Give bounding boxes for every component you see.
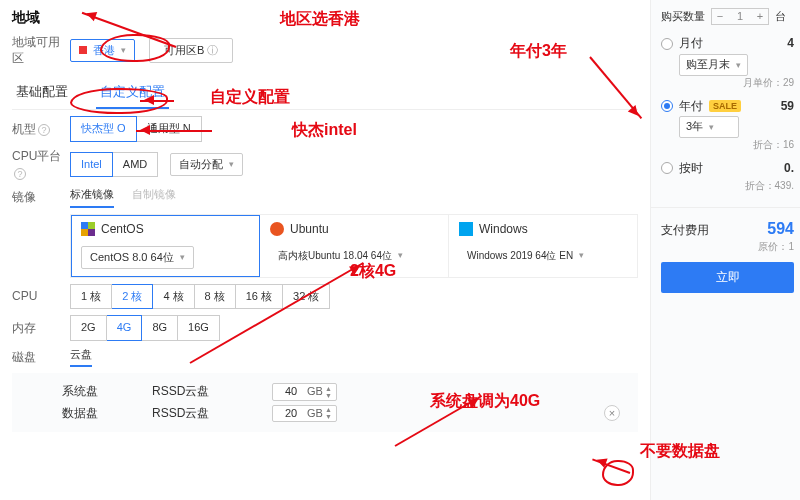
os-centos[interactable]: CentOS CentOS 8.0 64位▾	[71, 215, 260, 277]
tab-custom[interactable]: 自定义配置	[96, 77, 169, 109]
windows-icon	[459, 222, 473, 236]
disk-data-row: 数据盘 RSSD云盘 20GB ▲▼ ×	[62, 405, 638, 422]
sale-badge: SALE	[709, 100, 741, 113]
disk-data-remove[interactable]: ×	[604, 405, 620, 421]
cpuplat-amd[interactable]: AMD	[113, 152, 158, 177]
cpu-2[interactable]: 2 核	[112, 284, 153, 309]
qty-label: 购买数量	[661, 9, 705, 24]
config-tabs: 基础配置 自定义配置	[12, 77, 638, 110]
model-label: 机型?	[12, 121, 70, 138]
disk-sys-label: 系统盘	[62, 383, 122, 400]
pay-month[interactable]: 月付4	[661, 35, 794, 52]
disk-label: 磁盘	[12, 349, 70, 366]
mem-options: 2G 4G 8G 16G	[70, 315, 220, 340]
os-ubuntu-ver[interactable]: 高内核Ubuntu 18.04 64位▾	[270, 246, 411, 266]
chevron-down-icon: ▾	[121, 44, 126, 57]
cpu-4[interactable]: 4 核	[153, 284, 194, 309]
disk-sys-size[interactable]: 40GB ▲▼	[272, 383, 337, 400]
mem-label: 内存	[12, 320, 70, 337]
cpu-options: 1 核 2 核 4 核 8 核 16 核 32 核	[70, 284, 330, 309]
cpu-16[interactable]: 16 核	[236, 284, 283, 309]
pay-year[interactable]: 年付SALE59	[661, 98, 794, 115]
os-windows[interactable]: Windows Windows 2019 64位 EN▾	[449, 215, 637, 277]
cpu-1[interactable]: 1 核	[70, 284, 112, 309]
pay-year-sel[interactable]: 3年▾	[679, 116, 739, 137]
os-cards: CentOS CentOS 8.0 64位▾ Ubuntu 高内核Ubuntu …	[70, 214, 638, 278]
total-label: 支付费用	[661, 222, 709, 239]
total-orig: 原价：1	[661, 240, 794, 254]
image-label: 镜像	[12, 189, 70, 206]
tab-basic[interactable]: 基础配置	[12, 77, 72, 109]
mem-8g[interactable]: 8G	[142, 315, 178, 340]
pay-year-fine: 折合：16	[661, 138, 794, 152]
cpuplat-auto[interactable]: 自动分配▾	[170, 153, 243, 176]
section-region: 地域	[12, 8, 638, 28]
region-dropdown[interactable]: 香港 ▾	[70, 39, 135, 62]
cpu-8[interactable]: 8 核	[195, 284, 236, 309]
qty-unit: 台	[775, 9, 786, 24]
info-icon: ⓘ	[207, 43, 218, 58]
disk-sys-row: 系统盘 RSSD云盘 40GB ▲▼	[62, 383, 638, 400]
disk-tab-cloud[interactable]: 云盘	[70, 347, 92, 367]
disk-data-size[interactable]: 20GB ▲▼	[272, 405, 337, 422]
mem-2g[interactable]: 2G	[70, 315, 107, 340]
buy-button[interactable]: 立即	[661, 262, 794, 293]
os-windows-ver[interactable]: Windows 2019 64位 EN▾	[459, 246, 592, 266]
cpuplat-options: Intel AMD	[70, 152, 158, 177]
pay-hour-fine: 折合：439.	[661, 179, 794, 193]
region-label: 地域可用区	[12, 34, 70, 68]
cpu-32[interactable]: 32 核	[283, 284, 330, 309]
disk-data-type: RSSD云盘	[152, 405, 242, 422]
pay-month-sel[interactable]: 购至月末▾	[679, 54, 748, 75]
os-centos-ver[interactable]: CentOS 8.0 64位▾	[81, 246, 194, 269]
region-flag-icon	[79, 46, 87, 54]
cpuplat-label: CPU平台?	[12, 148, 70, 182]
mem-4g[interactable]: 4G	[107, 315, 143, 340]
model-options: 快杰型 O 通用型 N	[70, 116, 202, 141]
disk-data-label: 数据盘	[62, 405, 122, 422]
image-std-tab[interactable]: 标准镜像	[70, 187, 114, 207]
total-value: 594	[767, 218, 794, 240]
image-custom-tab[interactable]: 自制镜像	[132, 187, 176, 207]
pay-hour[interactable]: 按时0.	[661, 160, 794, 177]
cpu-label: CPU	[12, 288, 70, 305]
cpuplat-intel[interactable]: Intel	[70, 152, 113, 177]
region-value: 香港	[93, 43, 115, 58]
mem-16g[interactable]: 16G	[178, 315, 220, 340]
qty-stepper[interactable]: −1+	[711, 8, 769, 25]
os-ubuntu[interactable]: Ubuntu 高内核Ubuntu 18.04 64位▾	[260, 215, 449, 277]
pay-month-fine: 月单价：29	[661, 76, 794, 90]
model-opt-n[interactable]: 通用型 N	[137, 116, 202, 141]
centos-icon	[81, 222, 95, 236]
ubuntu-icon	[270, 222, 284, 236]
disk-sys-type: RSSD云盘	[152, 383, 242, 400]
zone-button[interactable]: 可用区B ⓘ	[149, 38, 233, 63]
model-opt-o[interactable]: 快杰型 O	[70, 116, 137, 141]
